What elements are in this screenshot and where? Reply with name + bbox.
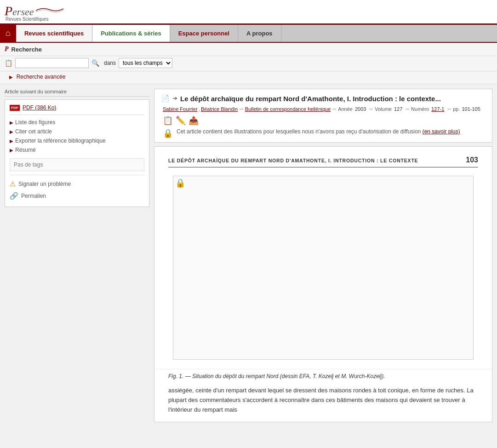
document-viewer: LE DÉPÔT ARCHAÏQUE DU REMPART NORD D'AMA… (154, 146, 492, 422)
share-icon[interactable]: 📤 (189, 115, 199, 126)
list-figures-link[interactable]: ▶ Liste des figures (10, 118, 144, 127)
export-ref-link[interactable]: ▶ Exporter la référence bibliographique (10, 136, 144, 145)
search-bar: P Recherche (0, 43, 497, 56)
search-label: Recherche (11, 46, 42, 53)
page-header: P ersee Revues Scientifiques (0, 0, 497, 25)
clipboard-icon: 📋 (5, 59, 12, 67)
sidebar: Article suivant du sommaire PDF PDF (386… (5, 89, 149, 422)
doc-page-number: 103 (466, 156, 478, 164)
logo-line-deco (36, 6, 63, 17)
journal-link[interactable]: Bulletin de correspondance hellénique (245, 106, 331, 112)
article-title-row: 📄 ➔ Le dépôt archaïque du rempart Nord d… (161, 94, 486, 103)
nav-item-espace[interactable]: Espace personnel (170, 25, 238, 42)
article-arrow-icon: ➔ (172, 95, 177, 102)
doc-page-title-text: LE DÉPÔT ARCHAÏQUE DU REMPART NORD D'AMA… (168, 158, 418, 163)
meta-sep1: ═ (240, 106, 243, 112)
copy-icon[interactable]: 📋 (163, 115, 173, 126)
list-figures-label: Liste des figures (15, 119, 55, 126)
image-lock-icon: 🔒 (175, 178, 185, 188)
warning-lock-icon: 🔒 (163, 128, 173, 138)
nav-home-button[interactable]: ⌂ (0, 25, 16, 42)
article-header-card: 📄 ➔ Le dépôt archaïque du rempart Nord d… (154, 89, 492, 143)
article-content: 📄 ➔ Le dépôt archaïque du rempart Nord d… (154, 89, 492, 422)
logo-subtitle: Revues Scientifiques (6, 17, 63, 22)
tags-field: Pas de tags (10, 158, 144, 171)
volume-label: Volume (375, 106, 392, 112)
cite-label: Citer cet article (15, 128, 52, 135)
persee-p-icon: P (5, 46, 9, 53)
cite-article-link[interactable]: ▶ Citer cet article (10, 127, 144, 136)
export-label: Exporter la référence bibliographique (15, 138, 106, 144)
link-icon: 🔗 (10, 192, 18, 200)
advanced-search-section: ▶ Recherche avancée (0, 71, 497, 84)
doc-icon: 📄 (161, 94, 170, 103)
signaler-action[interactable]: ⚠ Signaler un problème (10, 178, 144, 190)
cite-arrow: ▶ (10, 129, 13, 134)
warn-icon: ⚠ (10, 180, 16, 188)
warning-more-link[interactable]: (en savoir plus) (423, 128, 460, 135)
doc-image-container: 🔒 (173, 176, 474, 360)
article-title: Le dépôt archaïque du rempart Nord d'Ama… (180, 94, 441, 103)
advanced-search-link[interactable]: Recherche avancée (17, 74, 66, 80)
dans-label: dans (104, 60, 116, 66)
search-input[interactable] (15, 58, 89, 68)
list-figures-arrow: ▶ (10, 120, 13, 125)
numero-label: Numéro (411, 106, 429, 112)
main-nav: ⌂ Revues scientifiques Publications & sé… (0, 25, 497, 43)
search-field-select[interactable]: tous les champs titre auteur résumé (119, 58, 172, 68)
numero-link[interactable]: 127-1 (431, 106, 444, 112)
article-warning-row: 🔒 Cet article contient des illustrations… (161, 128, 486, 138)
logo: P ersee Revues Scientifiques (5, 4, 63, 22)
warning-message: Cet article contient des illustrations p… (177, 128, 460, 135)
doc-page-header: LE DÉPÔT ARCHAÏQUE DU REMPART NORD D'AMA… (168, 156, 478, 167)
advanced-search-arrow: ▶ (9, 75, 13, 80)
year-label: Année (338, 106, 353, 112)
nav-item-apropos[interactable]: A propos (238, 25, 281, 42)
pp-label: pp. (453, 106, 460, 112)
nav-item-publications[interactable]: Publications & séries (92, 25, 170, 42)
article-action-icons: 📋 ✏️ 📤 (161, 115, 486, 126)
meta-sep3: ═ (369, 106, 373, 112)
meta-sep4: ═ (406, 106, 409, 112)
sidebar-article-header: Article suivant du sommaire (5, 89, 149, 97)
sidebar-card: PDF PDF (386 Ko) ▶ Liste des figures ▶ C… (5, 99, 149, 207)
author1-link[interactable]: Sabine Fourrier (163, 106, 198, 112)
resume-label: Résumé (15, 147, 36, 153)
resume-link[interactable]: ▶ Résumé (10, 145, 144, 155)
signaler-label: Signaler un problème (18, 181, 71, 187)
volume-value: 127 (394, 106, 402, 112)
meta-sep5: ═ (447, 106, 451, 112)
permalien-label: Permalien (21, 193, 46, 199)
nav-item-revues[interactable]: Revues scientifiques (16, 25, 92, 42)
article-meta-row: Sabine Fourrier , Béatrice Blandin ═ Bul… (161, 106, 486, 112)
export-arrow: ▶ (10, 138, 13, 144)
edit-icon[interactable]: ✏️ (176, 115, 186, 126)
pdf-icon: PDF (10, 105, 20, 111)
main-content: Article suivant du sommaire PDF PDF (386… (0, 84, 497, 427)
doc-page-content: LE DÉPÔT ARCHAÏQUE DU REMPART NORD D'AMA… (154, 147, 492, 369)
year-value: 2003 (355, 106, 366, 112)
pdf-download-link[interactable]: PDF (386 Ko) (23, 104, 56, 111)
doc-body-text: assiégée, ceinte d'un rempart devant leq… (154, 381, 492, 422)
pdf-link-row: PDF PDF (386 Ko) (10, 104, 144, 111)
search-button[interactable]: 🔍 (91, 59, 99, 67)
author2-link[interactable]: Béatrice Blandin (201, 106, 238, 112)
resume-arrow: ▶ (10, 148, 13, 153)
meta-sep2: ═ (332, 106, 336, 112)
permalien-action[interactable]: 🔗 Permalien (10, 190, 144, 202)
pp-value: 101-105 (462, 106, 480, 112)
doc-caption: Fig. 1. — Situation du dépôt du rempart … (154, 369, 492, 381)
